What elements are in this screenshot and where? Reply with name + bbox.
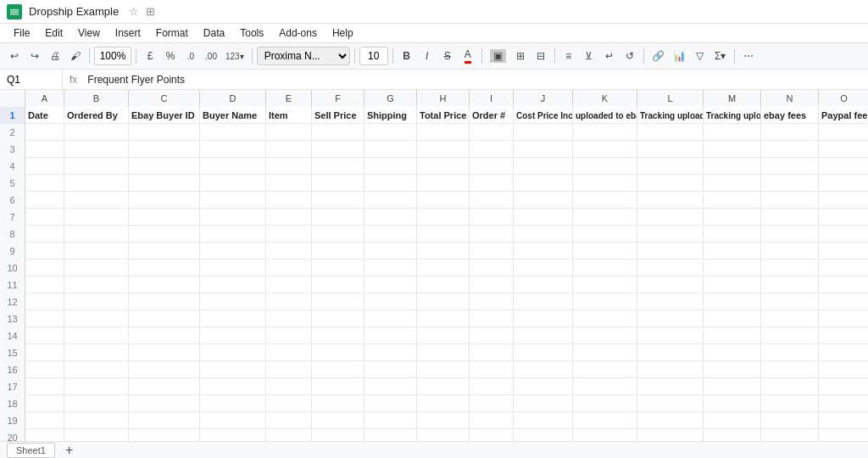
cell-a19[interactable] (25, 412, 64, 429)
cell-o4[interactable] (819, 158, 868, 175)
cell-k17[interactable] (573, 378, 637, 395)
cell-o16[interactable] (819, 361, 868, 378)
cell-o10[interactable] (819, 260, 868, 276)
cell-b7[interactable] (64, 209, 129, 226)
star-icon[interactable]: ☆ (129, 5, 139, 18)
cell-f3[interactable] (312, 141, 364, 158)
menu-addons[interactable]: Add-ons (272, 25, 324, 41)
cell-f8[interactable] (312, 226, 364, 243)
cell-d1[interactable]: Buyer Name (200, 107, 266, 124)
cell-b20[interactable] (64, 429, 129, 441)
cell-l14[interactable] (637, 327, 704, 344)
cell-n6[interactable] (761, 192, 819, 209)
cell-l7[interactable] (637, 209, 704, 226)
cell-n12[interactable] (761, 293, 819, 310)
cell-c13[interactable] (129, 310, 200, 327)
cell-i14[interactable] (470, 327, 514, 344)
cell-b18[interactable] (64, 395, 129, 412)
cell-o11[interactable] (819, 276, 868, 293)
cell-h15[interactable] (417, 344, 470, 361)
cell-l10[interactable] (637, 260, 704, 276)
cell-h11[interactable] (417, 276, 470, 293)
currency-button[interactable]: £ (141, 46, 159, 66)
cell-c9[interactable] (129, 243, 200, 260)
menu-tools[interactable]: Tools (233, 25, 270, 41)
cell-i1[interactable]: Order # (470, 107, 514, 124)
cell-e11[interactable] (266, 276, 312, 293)
cell-i7[interactable] (470, 209, 514, 226)
cell-j18[interactable] (514, 395, 573, 412)
cell-i13[interactable] (470, 310, 514, 327)
menu-file[interactable]: File (7, 25, 36, 41)
cell-d9[interactable] (200, 243, 266, 260)
cell-n19[interactable] (761, 412, 819, 429)
cell-m6[interactable] (704, 192, 761, 209)
paintformat-button[interactable]: 🖌 (66, 46, 85, 66)
cell-n18[interactable] (761, 395, 819, 412)
cell-reference-input[interactable] (3, 70, 63, 89)
cell-a12[interactable] (25, 293, 64, 310)
cell-m4[interactable] (704, 158, 761, 175)
cell-j16[interactable] (514, 361, 573, 378)
col-header-c[interactable]: C (129, 90, 200, 107)
cell-e18[interactable] (266, 395, 312, 412)
cell-a6[interactable] (25, 192, 64, 209)
cell-d14[interactable] (200, 327, 266, 344)
cell-a17[interactable] (25, 378, 64, 395)
cell-n3[interactable] (761, 141, 819, 158)
cell-o1[interactable]: Paypal fees (819, 107, 868, 124)
cell-f5[interactable] (312, 175, 364, 192)
cell-c16[interactable] (129, 361, 200, 378)
cell-o6[interactable] (819, 192, 868, 209)
cell-h14[interactable] (417, 327, 470, 344)
cell-f19[interactable] (312, 412, 364, 429)
cell-j8[interactable] (514, 226, 573, 243)
cell-j14[interactable] (514, 327, 573, 344)
cell-c20[interactable] (129, 429, 200, 441)
cell-k9[interactable] (573, 243, 637, 260)
cell-g18[interactable] (364, 395, 417, 412)
cell-b6[interactable] (64, 192, 129, 209)
cell-d6[interactable] (200, 192, 266, 209)
cell-e7[interactable] (266, 209, 312, 226)
cell-l8[interactable] (637, 226, 704, 243)
cell-h18[interactable] (417, 395, 470, 412)
menu-edit[interactable]: Edit (38, 25, 70, 41)
cell-f12[interactable] (312, 293, 364, 310)
cell-f2[interactable] (312, 124, 364, 141)
cell-o19[interactable] (819, 412, 868, 429)
cell-c3[interactable] (129, 141, 200, 158)
cell-m11[interactable] (704, 276, 761, 293)
col-header-e[interactable]: E (266, 90, 312, 107)
cell-n16[interactable] (761, 361, 819, 378)
cell-a11[interactable] (25, 276, 64, 293)
cell-g6[interactable] (364, 192, 417, 209)
borders-button[interactable]: ⊞ (511, 46, 530, 66)
cell-n1[interactable]: ebay fees (761, 107, 819, 124)
percent-button[interactable]: % (161, 46, 180, 66)
strikethrough-button[interactable]: S (438, 46, 457, 66)
col-header-b[interactable]: B (64, 90, 129, 107)
redo-button[interactable]: ↪ (25, 46, 44, 66)
cell-k11[interactable] (573, 276, 637, 293)
cell-g17[interactable] (364, 378, 417, 395)
cell-e2[interactable] (266, 124, 312, 141)
cell-n14[interactable] (761, 327, 819, 344)
print-button[interactable]: 🖨 (46, 46, 64, 66)
cell-g9[interactable] (364, 243, 417, 260)
cell-l19[interactable] (637, 412, 704, 429)
cell-g12[interactable] (364, 293, 417, 310)
cell-e15[interactable] (266, 344, 312, 361)
cell-l2[interactable] (637, 124, 704, 141)
cell-n10[interactable] (761, 260, 819, 276)
cell-f18[interactable] (312, 395, 364, 412)
cell-g7[interactable] (364, 209, 417, 226)
cell-i3[interactable] (470, 141, 514, 158)
cell-g10[interactable] (364, 260, 417, 276)
cell-d13[interactable] (200, 310, 266, 327)
cell-c5[interactable] (129, 175, 200, 192)
cell-i10[interactable] (470, 260, 514, 276)
cell-o17[interactable] (819, 378, 868, 395)
cell-a10[interactable] (25, 260, 64, 276)
cell-k5[interactable] (573, 175, 637, 192)
